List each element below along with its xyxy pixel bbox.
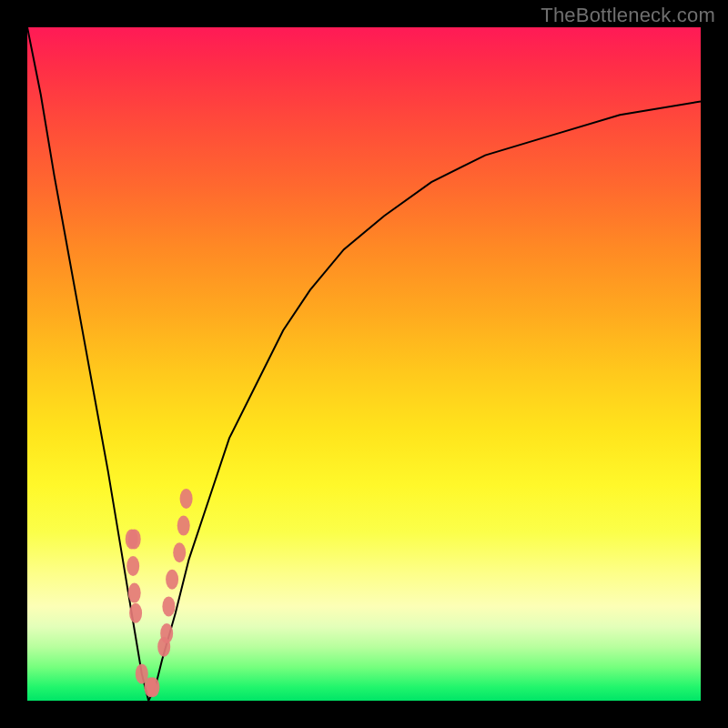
data-point <box>128 529 141 549</box>
watermark-label: TheBottleneck.com <box>541 4 715 27</box>
chart-frame: TheBottleneck.com <box>0 0 728 728</box>
data-point <box>177 516 190 536</box>
data-point <box>128 583 141 603</box>
data-point <box>160 623 173 643</box>
data-point <box>162 596 175 616</box>
data-point <box>129 603 142 623</box>
data-point <box>173 542 186 562</box>
data-point <box>126 556 139 576</box>
data-point <box>180 489 193 509</box>
plot-area <box>27 27 701 701</box>
data-point <box>147 677 159 697</box>
data-points <box>27 27 701 701</box>
data-point <box>166 570 178 590</box>
